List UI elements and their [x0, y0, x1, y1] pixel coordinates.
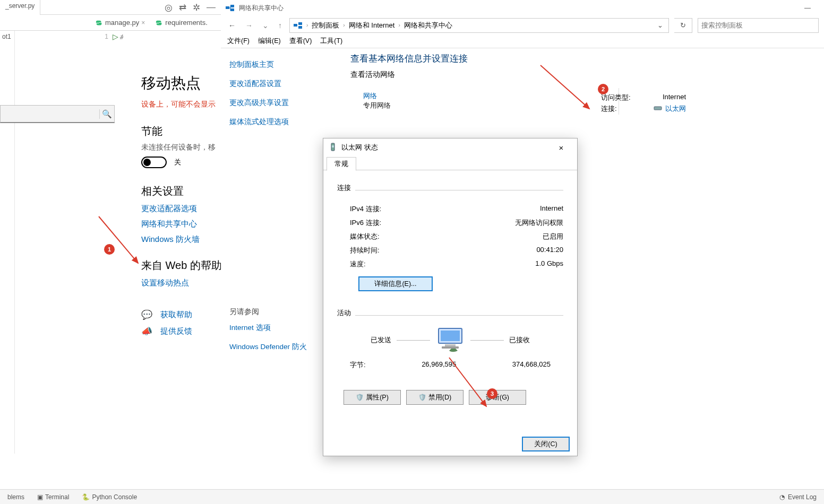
section-power: 节能	[141, 124, 222, 138]
address-drop-icon[interactable]: ⌄	[655, 21, 665, 29]
sync-icon[interactable]: ⇄	[179, 2, 186, 13]
divider	[470, 340, 504, 341]
gear-icon[interactable]: ✲	[193, 2, 200, 13]
received-label: 已接收	[509, 336, 530, 345]
sb-python-console[interactable]: 🐍Python Console	[82, 493, 137, 501]
sent-label: 已发送	[371, 336, 391, 345]
dialog-titlebar: 以太网 状态 ×	[323, 138, 577, 157]
close-icon[interactable]: ×	[141, 19, 145, 27]
svg-rect-3	[230, 8, 234, 11]
close-button[interactable]: 关闭(C)	[522, 437, 570, 451]
sidebar-cp-home[interactable]: 控制面板主页	[229, 60, 313, 69]
give-feedback[interactable]: 📣 提供反馈	[141, 326, 222, 337]
speed-value: 1.0 Gbps	[535, 259, 563, 269]
cp-sidebar: 控制面板主页 更改适配器设置 更改高级共享设置 媒体流式处理选项 另请参阅 In…	[221, 48, 322, 373]
target-icon[interactable]: ◎	[165, 2, 173, 13]
disable-button-label: 禁用(D)	[428, 393, 451, 402]
link-set-hotspot[interactable]: 设置移动热点	[141, 278, 222, 288]
ethernet-status-dialog: 以太网 状态 × 常规 连接 IPv4 连接:Internet IPv6 连接:…	[323, 138, 578, 456]
search-input[interactable]	[1, 107, 99, 121]
sidebar-see-also: 另请参阅	[229, 307, 313, 317]
svg-rect-7	[654, 107, 662, 110]
link-windows-firewall[interactable]: Windows 防火墙	[141, 234, 222, 245]
speed-label: 速度:	[350, 259, 366, 269]
svg-rect-2	[230, 5, 234, 7]
menu-tools[interactable]: 工具(T)	[320, 37, 342, 46]
bytes-label: 字节:	[350, 360, 366, 370]
tab-label: requirements.	[165, 19, 207, 27]
settings-search[interactable]: 🔍	[0, 105, 115, 123]
chevron-right-icon[interactable]: ›	[305, 22, 310, 28]
power-toggle[interactable]	[141, 157, 167, 168]
sidebar-internet-options[interactable]: Internet 选项	[229, 323, 313, 333]
tab-manage-py[interactable]: manage.py ×	[91, 16, 149, 29]
get-help-link[interactable]: 获取帮助	[160, 310, 192, 320]
tab-general[interactable]: 常规	[327, 157, 356, 171]
terminal-icon: ▣	[37, 493, 43, 501]
network-name[interactable]: 网络	[363, 91, 618, 101]
chevron-right-icon[interactable]: ›	[397, 22, 401, 28]
disable-button[interactable]: 🛡️禁用(D)	[406, 390, 464, 405]
menu-view[interactable]: 查看(V)	[289, 37, 312, 46]
svg-rect-4	[294, 24, 297, 27]
duration-label: 持续时间:	[350, 246, 380, 255]
sb-event-log[interactable]: ◔Event Log	[779, 493, 817, 501]
give-feedback-link[interactable]: 提供反馈	[160, 326, 192, 336]
bytes-sent-value: 26,969,595	[422, 360, 456, 370]
sidebar-adv-sharing[interactable]: 更改高级共享设置	[229, 98, 313, 108]
power-desc: 未连接任何设备时，移	[141, 143, 222, 152]
details-button[interactable]: 详细信息(E)...	[358, 276, 433, 291]
link-network-sharing-center[interactable]: 网络和共享中心	[141, 219, 222, 229]
group-connection: 连接	[337, 183, 351, 193]
tab-requirements[interactable]: requirements.	[151, 16, 211, 29]
connection-label: 连接:	[601, 104, 617, 114]
search-icon[interactable]: 🔍	[99, 109, 114, 119]
breadcrumb[interactable]: 控制面板	[312, 21, 339, 30]
sidebar-change-adapter[interactable]: 更改适配器设置	[229, 79, 313, 89]
tool-window-label[interactable]: ot1	[2, 33, 11, 40]
menu-edit[interactable]: 编辑(E)	[258, 37, 281, 46]
cp-main: 查看基本网络信息并设置连接 查看活动网络 网络 专用网络 访问类型:Intern…	[350, 53, 819, 110]
dialog-title-text: 以太网 状态	[341, 143, 546, 152]
control-panel-search[interactable]	[698, 18, 819, 33]
sidebar-media-stream[interactable]: 媒体流式处理选项	[229, 117, 313, 127]
divider	[355, 190, 563, 190]
breadcrumb[interactable]: 网络和 Internet	[349, 21, 395, 30]
menu-file[interactable]: 文件(F)	[227, 37, 250, 46]
get-help[interactable]: 💬 获取帮助	[141, 309, 222, 320]
tab-server-py[interactable]: _server.py	[0, 0, 40, 15]
up-button[interactable]: ↑	[276, 21, 284, 30]
diagnose-button[interactable]: 诊断(G)	[469, 390, 526, 405]
breadcrumb[interactable]: 网络和共享中心	[404, 21, 452, 30]
svg-rect-12	[441, 331, 460, 341]
ethernet-link[interactable]: 以太网	[665, 105, 686, 112]
ipv4-value: Internet	[540, 204, 563, 214]
run-gutter-icon[interactable]: ▷	[113, 32, 119, 41]
gutter-number: 1	[91, 33, 113, 40]
ipv4-label: IPv4 连接:	[350, 204, 381, 214]
close-icon[interactable]: ×	[551, 143, 572, 152]
properties-button[interactable]: 🛡️属性(P)	[344, 390, 401, 405]
feedback-icon: 📣	[141, 326, 153, 337]
media-label: 媒体状态:	[350, 232, 380, 241]
forward-button[interactable]: →	[243, 21, 255, 30]
minus-icon[interactable]: —	[207, 2, 216, 13]
link-adapter-options[interactable]: 更改适配器选项	[141, 204, 222, 214]
ide-status-bar: blems ▣Terminal 🐍Python Console ◔Event L…	[0, 489, 824, 504]
recent-dropdown[interactable]: ⌄	[260, 21, 271, 30]
minimize-button[interactable]: —	[795, 4, 820, 12]
svg-rect-13	[445, 344, 456, 346]
network-details: 访问类型:Internet 连接: 以太网	[601, 91, 686, 115]
shield-icon: 🛡️	[418, 394, 426, 401]
tool-window-strip: ot1	[0, 31, 15, 454]
svg-rect-10	[332, 145, 334, 147]
address-bar[interactable]: › 控制面板 › 网络和 Internet › 网络和共享中心 ⌄	[289, 18, 669, 33]
refresh-button[interactable]: ↻	[674, 18, 692, 33]
main-heading: 查看基本网络信息并设置连接	[350, 53, 819, 65]
sb-problems[interactable]: blems	[7, 493, 24, 501]
back-button[interactable]: ←	[226, 21, 238, 30]
sidebar-windows-defender[interactable]: Windows Defender 防火	[229, 342, 313, 352]
ethernet-adapter-icon	[329, 143, 337, 153]
chevron-right-icon[interactable]: ›	[341, 22, 346, 28]
sb-terminal[interactable]: ▣Terminal	[37, 493, 69, 501]
